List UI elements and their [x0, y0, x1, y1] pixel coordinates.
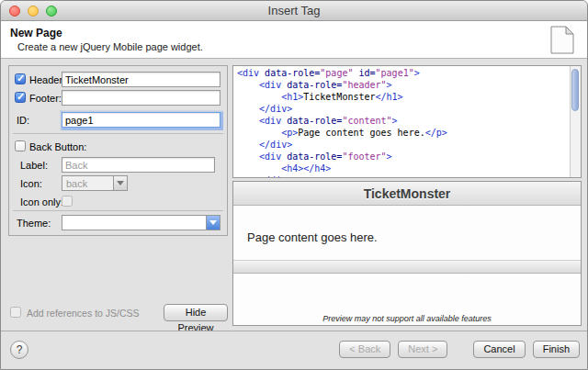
preview-page-footer: [233, 260, 581, 274]
code-line: <h1>TicketMonster</h1>: [237, 91, 566, 103]
icon-select-value: back: [66, 178, 87, 189]
chevron-down-icon: [206, 216, 220, 230]
titlebar[interactable]: Insert Tag: [1, 1, 587, 21]
footer-label: Footer:: [29, 93, 62, 104]
icon-row: Icon: back: [9, 175, 227, 192]
add-references-checkbox[interactable]: [10, 307, 21, 318]
preview-page-content: Page content goes here.: [233, 206, 581, 260]
header-checkbox[interactable]: [15, 73, 26, 84]
id-row: ID:: [9, 112, 227, 129]
chevron-down-icon: [113, 176, 127, 190]
code-line: <div data-role="content">: [237, 115, 566, 127]
footer-checkbox[interactable]: [15, 92, 26, 103]
scrollbar-thumb[interactable]: [571, 69, 579, 111]
code-line: <div data-role="header">: [237, 79, 566, 91]
back-button-row: Back Button:: [9, 139, 227, 155]
new-page-icon: [549, 25, 575, 55]
icon-only-checkbox[interactable]: [62, 196, 73, 207]
id-input[interactable]: [62, 112, 220, 128]
icon-label: Icon:: [20, 178, 42, 189]
code-line: <div data-role="page" id="page1">: [237, 67, 566, 79]
back-button-label: Back Button:: [29, 141, 86, 152]
close-window-button[interactable]: [9, 6, 20, 17]
wizard-banner: New Page Create a new jQuery Mobile page…: [1, 21, 587, 59]
preview-pane: TicketMonster Page content goes here. Pr…: [232, 181, 582, 326]
footer-input[interactable]: [62, 90, 220, 106]
wizard-subtitle: Create a new jQuery Mobile page widget.: [17, 41, 203, 52]
theme-row: Theme:: [9, 215, 227, 231]
code-line: </div>: [237, 174, 566, 178]
code-line: <div data-role="footer">: [237, 151, 566, 163]
back-label-input[interactable]: [62, 157, 215, 173]
add-references-row: Add references to JS/CSS: [8, 305, 164, 321]
back-button[interactable]: < Back: [339, 341, 390, 358]
minimize-window-button[interactable]: [28, 6, 39, 17]
code-line: </div>: [237, 103, 566, 115]
preview-note: Preview may not support all available fe…: [233, 314, 581, 323]
separator: [13, 210, 223, 211]
help-button[interactable]: ?: [10, 341, 28, 359]
cancel-button[interactable]: Cancel: [473, 341, 525, 358]
icon-only-label: Icon only:: [20, 196, 63, 207]
header-label: Header:: [29, 74, 65, 85]
zoom-window-button[interactable]: [46, 6, 57, 17]
back-button-checkbox[interactable]: [15, 140, 26, 151]
code-content: <div data-role="page" id="page1"> <div d…: [233, 66, 570, 178]
back-label-label: Label:: [20, 160, 48, 171]
back-label-row: Label:: [9, 157, 227, 174]
theme-label: Theme:: [17, 218, 51, 229]
next-button[interactable]: Next >: [398, 341, 447, 358]
icon-only-row: Icon only:: [9, 194, 227, 210]
header-row: Header:: [9, 72, 227, 88]
icon-select[interactable]: back: [62, 175, 128, 191]
add-references-label: Add references to JS/CSS: [27, 308, 140, 319]
wizard-buttons: < Back Next > Cancel Finish: [339, 341, 580, 358]
id-label: ID:: [17, 115, 29, 126]
separator: [13, 133, 223, 134]
footer-row: Footer:: [9, 90, 227, 107]
code-line: </div>: [237, 139, 566, 151]
page-options-group: Header: Footer: ID: Back Button: Label: …: [8, 65, 228, 236]
code-line: <h4></h4>: [237, 163, 566, 174]
code-line: <p>Page content goes here.</p>: [237, 127, 566, 139]
preview-page-header: TicketMonster: [233, 182, 581, 206]
theme-select[interactable]: [62, 215, 220, 230]
header-input[interactable]: [62, 72, 220, 87]
window-title: Insert Tag: [1, 1, 587, 20]
code-scrollbar[interactable]: [570, 66, 581, 177]
hide-preview-button[interactable]: Hide Preview: [164, 304, 228, 321]
finish-button[interactable]: Finish: [533, 341, 580, 358]
wizard-title: New Page: [10, 27, 62, 39]
insert-tag-dialog: Insert Tag New Page Create a new jQuery …: [0, 0, 588, 370]
window-controls: [9, 6, 57, 17]
code-editor[interactable]: <div data-role="page" id="page1"> <div d…: [232, 65, 582, 178]
dialog-button-bar: ? < Back Next > Cancel Finish: [1, 331, 587, 369]
